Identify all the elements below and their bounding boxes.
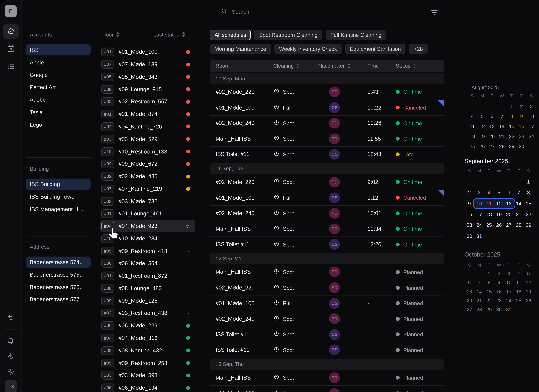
calendar-day[interactable]: 4 [467, 111, 477, 122]
floor-row[interactable]: #01#01_Lounge_461- [100, 208, 195, 220]
floor-row[interactable]: #09#09_Møde_672 [100, 158, 195, 170]
calendar-day[interactable]: 20 [465, 296, 474, 305]
floor-row[interactable]: #01#01_Møde_100 [100, 46, 195, 58]
calendar-day[interactable]: 9 [494, 278, 504, 287]
table-row[interactable]: #02_Møde_240SpotPD10:26On time [210, 115, 444, 131]
table-row[interactable]: ISS Toilet #11SpotCS12:43Late [210, 146, 444, 162]
calendar-day[interactable]: 17 [474, 209, 484, 220]
calendar-day[interactable]: 5 [524, 269, 533, 278]
app-logo[interactable]: F [5, 5, 17, 17]
calendar-day[interactable]: 7 [514, 187, 524, 198]
calendar-day[interactable]: 12 [494, 198, 504, 209]
sidebar-item[interactable]: Google [26, 69, 91, 80]
sidebar-item[interactable]: Badenerstrasse 577… [26, 294, 91, 305]
calendar-day[interactable]: 29 [524, 220, 533, 231]
calendar-day[interactable]: 21 [474, 296, 484, 305]
calendar-day[interactable]: 7 [474, 278, 484, 287]
calendar-day[interactable]: 10 [504, 278, 514, 287]
nav-tasks-button[interactable] [3, 60, 19, 74]
calendar-day[interactable]: 11 [484, 198, 494, 209]
floor-row[interactable]: #01#01_Møde_874 [100, 108, 195, 120]
floor-row[interactable]: #02#02_Restroom_557 [100, 95, 195, 108]
floor-row[interactable]: #08#08_Kantine_432 [100, 344, 195, 357]
calendar-day[interactable]: 20 [487, 132, 497, 142]
filter-button[interactable] [431, 9, 438, 16]
calendar-day[interactable]: 23 [465, 220, 474, 231]
floor-row[interactable]: #09#09_Lounge_915 [100, 83, 195, 95]
calendar-day[interactable]: 24 [526, 132, 536, 142]
calendar-day[interactable]: 28 [514, 220, 524, 231]
calendar-day[interactable]: 2 [465, 187, 474, 198]
calendar-day[interactable]: 25 [514, 296, 524, 305]
floor-row[interactable]: #04#04_Møde_316 [100, 332, 195, 344]
floor-row[interactable]: #06#06_Møde_564- [100, 257, 195, 270]
calendar-day[interactable]: 10 [526, 111, 536, 122]
sidebar-item[interactable]: ISS Building [26, 179, 91, 190]
calendar-day[interactable]: 3 [474, 187, 484, 198]
sidebar-item[interactable]: ISS [26, 44, 91, 56]
calendar-day[interactable]: 9 [465, 198, 474, 209]
calendar-day[interactable]: 15 [524, 198, 533, 209]
column-cleaning[interactable]: Cleaning [273, 63, 317, 69]
calendar-day[interactable]: 26 [524, 296, 533, 305]
calendar-day[interactable]: 6 [465, 278, 474, 287]
calendar-day[interactable]: 4 [484, 187, 494, 198]
floor-row[interactable]: #06#06_Møde_229 [100, 319, 195, 332]
calendar-day[interactable]: 30 [517, 142, 526, 152]
table-row[interactable]: #02_Møde_240SpotPD10:01On time [210, 205, 444, 221]
sidebar-item[interactable]: ISS Management H… [26, 203, 91, 215]
schedule-chip[interactable]: Weekly Inventory Check [274, 44, 342, 54]
floor-row[interactable]: #03#03_Restroom_438- [100, 307, 195, 319]
floor-column-header[interactable]: Floor [101, 31, 119, 38]
table-row[interactable]: #02_Møde_240SpotPD-Planned [210, 311, 444, 326]
sidebar-item[interactable]: Tesla [26, 107, 91, 118]
column-status[interactable]: Status [396, 63, 444, 69]
floor-row[interactable]: #09#09_Restroom_418- [100, 245, 195, 257]
calendar-day[interactable]: 1 [507, 101, 517, 111]
sidebar-item[interactable]: Badenerstrasse 575… [26, 269, 91, 280]
nav-settings-button[interactable] [3, 365, 19, 379]
table-row[interactable]: Main_Hall ISSSpotPD10:34On time [210, 221, 444, 236]
floor-row[interactable]: #10#10_Restroom_138 [100, 145, 195, 158]
user-avatar[interactable]: TS [5, 380, 17, 392]
table-row[interactable]: #02_Møde_220SpotPD-Planned [210, 385, 444, 392]
calendar-day[interactable]: 1 [524, 176, 533, 187]
floor-row[interactable]: #03#03_Møde_593 [100, 369, 195, 382]
calendar-day[interactable]: 8 [484, 278, 494, 287]
calendar-day[interactable]: 6 [487, 111, 497, 122]
calendar-day[interactable]: 27 [504, 220, 514, 231]
calendar-day[interactable]: 31 [504, 305, 514, 314]
calendar-day[interactable]: 26 [477, 142, 487, 152]
calendar-day[interactable]: 21 [497, 132, 507, 142]
calendar-day[interactable]: 25 [484, 220, 494, 231]
nav-download-button[interactable] [3, 349, 19, 364]
calendar-day[interactable]: 1 [484, 269, 494, 278]
calendar-day[interactable]: 16 [465, 209, 474, 220]
calendar-day[interactable]: 18 [467, 132, 477, 142]
calendar-day[interactable]: 6 [504, 187, 514, 198]
calendar-day[interactable]: 16 [494, 287, 504, 296]
table-row[interactable]: Main_Hall ISSSpotPD11:55On time [210, 131, 444, 146]
calendar-day[interactable]: 16 [517, 121, 526, 132]
calendar-day[interactable]: 23 [517, 132, 526, 142]
calendar-day[interactable]: 9 [517, 111, 526, 122]
calendar-day[interactable]: 13 [504, 198, 514, 209]
calendar-day[interactable]: 21 [514, 209, 524, 220]
calendar-day[interactable]: 2 [517, 101, 526, 111]
calendar-day[interactable]: 7 [497, 111, 507, 122]
calendar-day[interactable]: 10 [474, 198, 484, 209]
sidebar-item[interactable]: Apple [26, 57, 91, 68]
floor-row[interactable]: #03#03_Møde_529 [100, 133, 195, 145]
schedule-chip[interactable]: Equipment Sanitation [345, 44, 405, 54]
calendar-day[interactable]: 22 [484, 296, 494, 305]
calendar-day[interactable]: 19 [494, 209, 504, 220]
floor-row[interactable]: #01#01_Restroom_872- [100, 270, 195, 282]
table-row[interactable]: #02_Møde_220SpotPD-Planned [210, 280, 444, 295]
schedule-chip[interactable]: Spot Restroom Cleaning [254, 30, 322, 40]
search-input[interactable]: Search [221, 8, 249, 16]
calendar-day[interactable]: 11 [467, 121, 477, 132]
sidebar-item[interactable]: Badenerstrasse 576… [26, 281, 91, 293]
nav-undo-button[interactable] [3, 311, 19, 325]
calendar-day[interactable]: 4 [514, 269, 524, 278]
calendar-day[interactable]: 31 [474, 231, 484, 241]
